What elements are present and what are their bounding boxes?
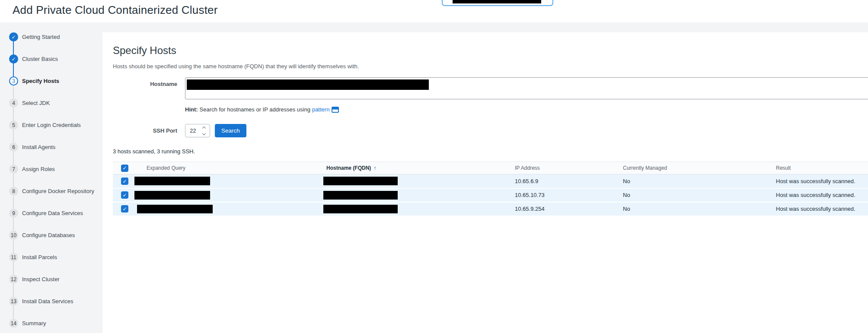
sidebar-step-install-parcels[interactable]: 11 Install Parcels xyxy=(0,246,102,268)
ssh-port-value: 22 xyxy=(190,127,196,134)
redacted-hostname xyxy=(323,177,398,185)
scan-summary: 3 hosts scanned, 3 running SSH. xyxy=(113,148,868,155)
ssh-port-label: SSH Port xyxy=(113,127,177,134)
wizard-workspace: Getting Started Cluster Basics 3 Specify… xyxy=(0,22,868,333)
hostname-hint: Hint: Search for hostnames or IP address… xyxy=(185,106,868,113)
external-doc-icon[interactable] xyxy=(332,107,339,113)
redacted-expanded-query xyxy=(134,177,210,185)
search-button[interactable]: Search xyxy=(215,124,246,137)
sidebar-step-select-jdk[interactable]: 4 Select JDK xyxy=(0,92,102,114)
host-row[interactable]: 10.65.6.9 No Host was successfully scann… xyxy=(113,174,868,188)
step-number-badge: 12 xyxy=(9,275,18,284)
chevron-up-icon[interactable] xyxy=(202,126,206,130)
sidebar-step-assign-roles[interactable]: 7 Assign Roles xyxy=(0,158,102,180)
notification-toast[interactable] xyxy=(442,0,553,6)
hostname-input[interactable] xyxy=(185,77,868,99)
scanned-hosts-table: Expanded Query Hostname (FQDN)↑ IP Addre… xyxy=(113,162,868,216)
redacted-hostname-value xyxy=(187,79,429,90)
sidebar-step-configure-databases[interactable]: 10 Configure Databases xyxy=(0,224,102,246)
step-number-badge: 5 xyxy=(9,121,18,130)
redacted-hostname xyxy=(323,191,398,200)
column-header-ip-address[interactable]: IP Address xyxy=(515,162,623,174)
result-cell: Host was successfully scanned. xyxy=(776,188,868,202)
step-number-badge: 6 xyxy=(9,143,18,152)
sort-asc-icon: ↑ xyxy=(373,165,376,171)
step-check-icon xyxy=(9,32,18,41)
page-title: Add Private Cloud Containerized Cluster xyxy=(0,0,868,17)
column-header-expanded-query[interactable]: Expanded Query xyxy=(134,162,323,174)
ip-address-cell: 10.65.10.73 xyxy=(515,188,623,202)
step-number-badge: 10 xyxy=(9,231,18,240)
host-row[interactable]: 10.65.9.254 No Host was successfully sca… xyxy=(113,202,868,216)
hostname-label: Hostname xyxy=(113,77,177,87)
column-header-result[interactable]: Result xyxy=(776,162,868,174)
row-checkbox[interactable] xyxy=(121,191,128,199)
wizard-steps-sidebar: Getting Started Cluster Basics 3 Specify… xyxy=(0,22,102,333)
top-bar: Add Private Cloud Containerized Cluster xyxy=(0,0,868,22)
redacted-expanded-query xyxy=(134,191,210,200)
specify-hosts-panel: Specify Hosts Hosts should be specified … xyxy=(102,32,868,333)
host-row[interactable]: 10.65.10.73 No Host was successfully sca… xyxy=(113,188,868,202)
ssh-port-input[interactable]: 22 xyxy=(185,124,210,137)
column-header-currently-managed[interactable]: Currently Managed xyxy=(623,162,776,174)
hint-text: Search for hostnames or IP addresses usi… xyxy=(200,106,310,113)
redacted-toast-text xyxy=(453,0,541,3)
step-number-badge: 11 xyxy=(9,253,18,262)
sidebar-step-getting-started[interactable]: Getting Started xyxy=(0,26,102,48)
row-checkbox[interactable] xyxy=(121,205,128,212)
result-cell: Host was successfully scanned. xyxy=(776,202,868,216)
sidebar-step-configure-data-services[interactable]: 9 Configure Data Services xyxy=(0,202,102,224)
sidebar-step-summary[interactable]: 14 Summary xyxy=(0,312,102,333)
step-number-badge: 4 xyxy=(9,98,18,108)
step-number-badge: 13 xyxy=(9,297,18,306)
ip-address-cell: 10.65.6.9 xyxy=(515,174,623,188)
sidebar-step-specify-hosts[interactable]: 3 Specify Hosts xyxy=(0,70,102,92)
row-checkbox[interactable] xyxy=(121,178,128,185)
column-header-hostname[interactable]: Hostname (FQDN)↑ xyxy=(323,162,515,174)
sidebar-step-inspect-cluster[interactable]: 12 Inspect Cluster xyxy=(0,268,102,290)
sidebar-step-configure-docker-repository[interactable]: 8 Configure Docker Repository xyxy=(0,180,102,202)
step-number-badge: 14 xyxy=(9,319,18,328)
result-cell: Host was successfully scanned. xyxy=(776,174,868,188)
redacted-hostname xyxy=(323,205,398,213)
table-header-row: Expanded Query Hostname (FQDN)↑ IP Addre… xyxy=(113,162,868,174)
step-number-badge: 7 xyxy=(9,165,18,174)
chevron-down-icon[interactable] xyxy=(202,131,206,135)
step-number-badge: 8 xyxy=(9,187,18,196)
currently-managed-cell: No xyxy=(623,188,776,202)
sidebar-step-install-data-services[interactable]: 13 Install Data Services xyxy=(0,290,102,312)
sidebar-step-install-agents[interactable]: 6 Install Agents xyxy=(0,136,102,158)
number-stepper[interactable] xyxy=(203,127,205,135)
sidebar-step-enter-login-credentials[interactable]: 5 Enter Login Credentials xyxy=(0,114,102,136)
step-number-badge: 9 xyxy=(9,209,18,218)
ip-address-cell: 10.65.9.254 xyxy=(515,202,623,216)
step-check-icon xyxy=(9,54,18,63)
pattern-link[interactable]: pattern xyxy=(312,106,329,113)
redacted-expanded-query xyxy=(137,205,213,213)
panel-heading: Specify Hosts xyxy=(113,44,868,57)
hint-prefix: Hint: xyxy=(185,106,198,113)
step-number-badge: 3 xyxy=(9,76,18,86)
currently-managed-cell: No xyxy=(623,174,776,188)
select-all-checkbox[interactable] xyxy=(121,165,128,172)
panel-description: Hosts should be specified using the same… xyxy=(113,63,868,70)
sidebar-step-cluster-basics[interactable]: Cluster Basics xyxy=(0,48,102,70)
currently-managed-cell: No xyxy=(623,202,776,216)
